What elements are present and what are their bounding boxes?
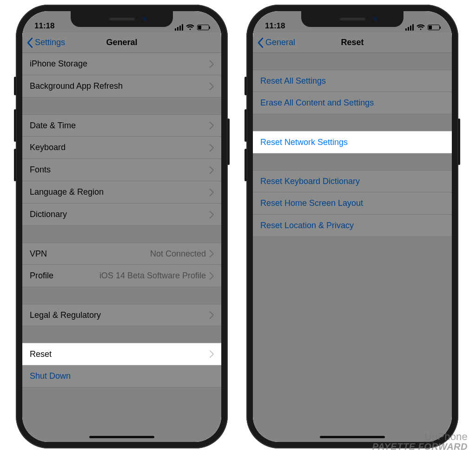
- cell-detail: iOS 14 Beta Software Profile: [99, 271, 206, 281]
- battery-icon: [197, 25, 209, 30]
- wifi-icon: [186, 24, 194, 31]
- chevron-right-icon: [210, 166, 214, 174]
- cell-language-region[interactable]: Language & Region: [22, 181, 221, 204]
- cell-label: Language & Region: [30, 187, 104, 197]
- cell-erase-all-content-and-settings[interactable]: Erase All Content and Settings: [253, 92, 452, 114]
- home-indicator: [89, 436, 154, 438]
- cell-shut-down[interactable]: Shut Down: [22, 365, 221, 388]
- cellular-icon: [175, 24, 183, 31]
- cell-label: Fonts: [30, 165, 51, 175]
- back-button[interactable]: Settings: [27, 38, 65, 48]
- chevron-right-icon: [210, 122, 214, 129]
- nav-bar: Settings General: [22, 33, 221, 53]
- cell-reset-network-settings[interactable]: Reset Network Settings: [253, 131, 452, 153]
- cell-detail: Not Connected: [150, 249, 206, 259]
- cell-label: Reset: [30, 349, 52, 359]
- reset-table: Reset All SettingsErase All Content and …: [253, 70, 452, 237]
- cellular-icon: [405, 24, 414, 31]
- cell-label: Reset All Settings: [260, 76, 326, 86]
- nav-bar: General Reset: [253, 33, 452, 53]
- wifi-icon: [416, 24, 425, 31]
- cell-background-app-refresh[interactable]: Background App Refresh: [22, 75, 221, 98]
- table-group: Legal & Regulatory: [22, 304, 221, 326]
- chevron-right-icon: [210, 144, 214, 151]
- back-label: Settings: [35, 38, 65, 47]
- chevron-right-icon: [210, 350, 214, 358]
- table-group: Reset Network Settings: [253, 131, 452, 153]
- home-indicator: [320, 436, 385, 438]
- chevron-right-icon: [210, 60, 214, 68]
- cell-reset-keyboard-dictionary[interactable]: Reset Keyboard Dictionary: [253, 170, 452, 192]
- cell-fonts[interactable]: Fonts: [22, 159, 221, 181]
- back-label: General: [265, 38, 295, 47]
- cell-label: Dictionary: [30, 210, 67, 219]
- table-group: Reset All SettingsErase All Content and …: [253, 70, 452, 114]
- chevron-right-icon: [210, 211, 214, 218]
- cell-label: Date & Time: [30, 121, 76, 131]
- chevron-left-icon: [258, 38, 264, 48]
- status-time: 11:18: [265, 21, 285, 31]
- table-group: iPhone StorageBackground App Refresh: [22, 53, 221, 98]
- cell-iphone-storage[interactable]: iPhone Storage: [22, 53, 221, 75]
- phone-right: 11:18 General Reset Reset All SettingsEr…: [246, 5, 458, 448]
- cell-label: Background App Refresh: [30, 81, 123, 91]
- table-group: VPNNot ConnectedProfileiOS 14 Beta Softw…: [22, 243, 221, 287]
- table-group: Reset Keyboard DictionaryReset Home Scre…: [253, 170, 452, 237]
- cell-label: Shut Down: [30, 371, 71, 381]
- cell-label: Reset Keyboard Dictionary: [260, 177, 360, 186]
- cell-label: Keyboard: [30, 143, 66, 152]
- cell-vpn[interactable]: VPNNot Connected: [22, 243, 221, 265]
- chevron-left-icon: [27, 38, 33, 48]
- notch: [71, 11, 173, 27]
- cell-profile[interactable]: ProfileiOS 14 Beta Software Profile: [22, 265, 221, 287]
- back-button[interactable]: General: [258, 38, 295, 48]
- cell-label: Legal & Regulatory: [30, 310, 101, 320]
- cell-dictionary[interactable]: Dictionary: [22, 204, 221, 226]
- status-time: 11:18: [34, 21, 54, 31]
- cell-reset[interactable]: Reset: [22, 343, 221, 365]
- cell-label: iPhone Storage: [30, 59, 87, 69]
- chevron-right-icon: [210, 272, 214, 280]
- cell-label: Reset Location & Privacy: [260, 221, 354, 230]
- cell-label: Erase All Content and Settings: [260, 98, 374, 108]
- cell-label: Reset Network Settings: [260, 138, 348, 147]
- battery-icon: [428, 25, 440, 30]
- table-group: ResetShut Down: [22, 343, 221, 388]
- cell-label: Reset Home Screen Layout: [260, 198, 363, 208]
- cell-label: Profile: [30, 271, 53, 281]
- notch: [301, 11, 403, 27]
- cell-reset-home-screen-layout[interactable]: Reset Home Screen Layout: [253, 192, 452, 215]
- cell-keyboard[interactable]: Keyboard: [22, 137, 221, 159]
- phone-left: 11:18 Settings General iPhone StorageBac…: [16, 5, 228, 448]
- chevron-right-icon: [210, 311, 214, 319]
- chevron-right-icon: [210, 189, 214, 196]
- cell-label: VPN: [30, 249, 47, 259]
- chevron-right-icon: [210, 83, 214, 90]
- cell-legal-regulatory[interactable]: Legal & Regulatory: [22, 304, 221, 326]
- table-group: Date & TimeKeyboardFontsLanguage & Regio…: [22, 114, 221, 226]
- cell-reset-location-privacy[interactable]: Reset Location & Privacy: [253, 215, 452, 237]
- settings-table: iPhone StorageBackground App RefreshDate…: [22, 53, 221, 388]
- chevron-right-icon: [210, 250, 214, 257]
- cell-reset-all-settings[interactable]: Reset All Settings: [253, 70, 452, 92]
- cell-date-time[interactable]: Date & Time: [22, 114, 221, 137]
